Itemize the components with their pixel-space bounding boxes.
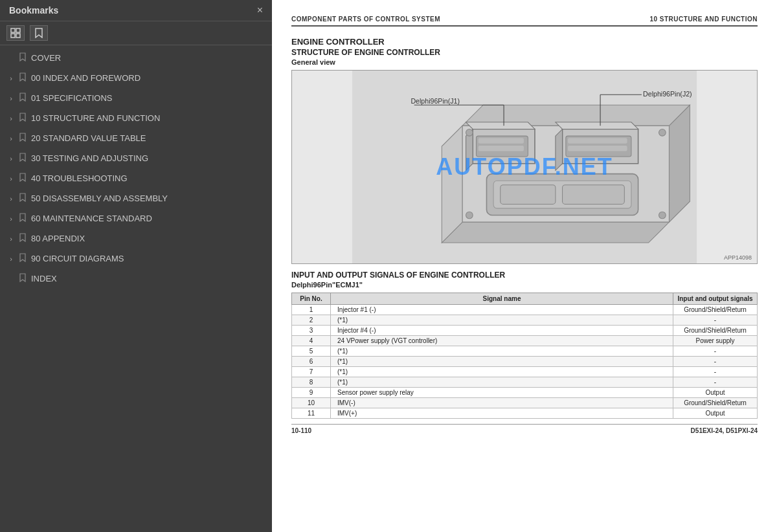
svg-marker-6 bbox=[442, 126, 462, 243]
sidebar-item-label: COVER bbox=[31, 53, 265, 63]
table-row: 5(*1)- bbox=[292, 346, 758, 357]
signal-name: IMV(-) bbox=[331, 398, 673, 408]
sidebar-item-50[interactable]: ›50 DISASSEMBLY AND ASSEMBLY bbox=[0, 188, 272, 208]
pin-number: 6 bbox=[292, 357, 331, 367]
expand-all-icon[interactable] bbox=[6, 25, 25, 41]
signal-name: (*1) bbox=[331, 357, 673, 367]
table-row: 1Injector #1 (-)Ground/Shield/Return bbox=[292, 305, 758, 315]
io-type: Ground/Shield/Return bbox=[673, 398, 758, 408]
sidebar-item-label: INDEX bbox=[31, 274, 265, 283]
sidebar-item-label: 00 INDEX AND FOREWORD bbox=[31, 73, 265, 83]
io-type: Ground/Shield/Return bbox=[673, 326, 758, 336]
sidebar-title: Bookmarks bbox=[9, 5, 58, 16]
sidebar-item-label: 01 SPECIFICATIONS bbox=[31, 93, 265, 103]
sidebar-item-40[interactable]: ›40 TROUBLESHOOTING bbox=[0, 168, 272, 188]
signals-table: Pin No. Signal name Input and output sig… bbox=[291, 293, 758, 419]
page-footer: 10-110 D51EXI-24, D51PXI-24 bbox=[291, 424, 758, 434]
page-view: COMPONENT PARTS OF CONTROL SYSTEM 10 STR… bbox=[272, 0, 777, 532]
svg-point-28 bbox=[659, 129, 666, 136]
table-row: 11IMV(+)Output bbox=[292, 408, 758, 419]
sidebar-item-label: 50 DISASSEMBLY AND ASSEMBLY bbox=[31, 194, 265, 203]
sidebar-item-80[interactable]: ›80 APPENDIX bbox=[0, 228, 272, 249]
chevron-icon: › bbox=[6, 195, 16, 203]
sidebar-item-60[interactable]: ›60 MAINTENANCE STANDARD bbox=[0, 208, 272, 228]
svg-rect-20 bbox=[568, 138, 627, 144]
sidebar: Bookmarks × COVER›00 INDEX AND FOREWORD›… bbox=[0, 0, 272, 532]
chevron-icon: › bbox=[6, 235, 16, 243]
chevron-icon: › bbox=[6, 175, 16, 183]
col-header-pin: Pin No. bbox=[292, 293, 331, 305]
sidebar-item-90[interactable]: ›90 CIRCUIT DIAGRAMS bbox=[0, 249, 272, 269]
page-header: COMPONENT PARTS OF CONTROL SYSTEM 10 STR… bbox=[291, 16, 758, 27]
sidebar-item-cover[interactable]: COVER bbox=[0, 48, 272, 68]
sidebar-item-30[interactable]: ›30 TESTING AND ADJUSTING bbox=[0, 148, 272, 168]
svg-marker-17 bbox=[556, 129, 563, 170]
svg-marker-18 bbox=[556, 122, 638, 129]
page-header-right: 10 STRUCTURE AND FUNCTION bbox=[649, 16, 758, 23]
signal-name: IMV(+) bbox=[331, 408, 673, 419]
col-header-io: Input and output signals bbox=[673, 293, 758, 305]
svg-rect-14 bbox=[479, 138, 524, 144]
table-row: 7(*1)- bbox=[292, 367, 758, 377]
sidebar-item-00[interactable]: ›00 INDEX AND FOREWORD bbox=[0, 68, 272, 88]
chevron-icon: › bbox=[6, 155, 16, 162]
sidebar-item-01[interactable]: ›01 SPECIFICATIONS bbox=[0, 88, 272, 108]
engine-controller-title: ENGINE CONTROLLER bbox=[291, 37, 758, 47]
sidebar-header: Bookmarks × bbox=[0, 0, 272, 21]
table-row: 10IMV(-)Ground/Shield/Return bbox=[292, 398, 758, 408]
pin-number: 9 bbox=[292, 388, 331, 398]
engine-controller-subtitle: STRUCTURE OF ENGINE CONTROLLER bbox=[291, 48, 758, 57]
pin-number: 8 bbox=[292, 377, 331, 388]
bookmark-icon bbox=[19, 173, 26, 184]
pin-number: 2 bbox=[292, 315, 331, 326]
sidebar-item-20[interactable]: ›20 STANDARD VALUE TABLE bbox=[0, 128, 272, 148]
ecu-image: Delphi96Pin(J1) Delphi96Pin(J2) AUTOPDF.… bbox=[291, 70, 758, 264]
general-view-label: General view bbox=[291, 58, 758, 66]
svg-rect-15 bbox=[479, 146, 524, 151]
io-type: Power supply bbox=[673, 336, 758, 346]
sidebar-close-button[interactable]: × bbox=[257, 5, 263, 16]
image-caption: APP14098 bbox=[724, 254, 752, 261]
chevron-icon: › bbox=[6, 255, 16, 263]
signal-name: Injector #1 (-) bbox=[331, 305, 673, 315]
sidebar-item-label: 40 TROUBLESHOOTING bbox=[31, 173, 265, 183]
sidebar-item-10[interactable]: ›10 STRUCTURE AND FUNCTION bbox=[0, 108, 272, 128]
bookmark-icon bbox=[19, 233, 26, 244]
pin-number: 5 bbox=[292, 346, 331, 357]
signal-name: (*1) bbox=[331, 346, 673, 357]
bookmark-icon bbox=[19, 113, 26, 124]
svg-rect-21 bbox=[568, 146, 627, 151]
chevron-icon: › bbox=[6, 215, 16, 223]
footer-model: D51EXI-24, D51PXI-24 bbox=[691, 427, 758, 434]
footer-page-number: 10-110 bbox=[291, 427, 311, 434]
signal-name: (*1) bbox=[331, 367, 673, 377]
bookmark-icon bbox=[19, 273, 26, 284]
table-row: 6(*1)- bbox=[292, 357, 758, 367]
table-row: 424 VPower supply (VGT controller)Power … bbox=[292, 336, 758, 346]
svg-rect-0 bbox=[11, 28, 15, 32]
bookmark-icon bbox=[19, 133, 26, 144]
io-type: - bbox=[673, 315, 758, 326]
svg-rect-2 bbox=[11, 34, 15, 38]
sidebar-item-label: 10 STRUCTURE AND FUNCTION bbox=[31, 113, 265, 123]
pin-number: 1 bbox=[292, 305, 331, 315]
chevron-icon: › bbox=[6, 135, 16, 142]
table-row: 9Sensor power supply relayOutput bbox=[292, 388, 758, 398]
svg-point-26 bbox=[466, 129, 473, 136]
io-type: Output bbox=[673, 388, 758, 398]
bookmark-icon[interactable] bbox=[30, 25, 48, 41]
col-header-signal: Signal name bbox=[331, 293, 673, 305]
sidebar-item-label: 30 TESTING AND ADJUSTING bbox=[31, 153, 265, 163]
svg-marker-12 bbox=[466, 122, 535, 129]
bookmark-icon bbox=[19, 153, 26, 164]
main-area: COMPONENT PARTS OF CONTROL SYSTEM 10 STR… bbox=[272, 0, 777, 532]
svg-text:Delphi96Pin(J2): Delphi96Pin(J2) bbox=[643, 90, 692, 98]
signal-name: (*1) bbox=[331, 315, 673, 326]
table-section-sub: Delphi96Pin"ECMJ1" bbox=[291, 281, 758, 289]
sidebar-item-index[interactable]: INDEX bbox=[0, 269, 272, 289]
bookmark-icon bbox=[19, 213, 26, 224]
bookmark-icon bbox=[19, 93, 26, 104]
table-row: 3Injector #4 (-)Ground/Shield/Return bbox=[292, 326, 758, 336]
signal-name: (*1) bbox=[331, 377, 673, 388]
sidebar-toolbar bbox=[0, 21, 272, 45]
